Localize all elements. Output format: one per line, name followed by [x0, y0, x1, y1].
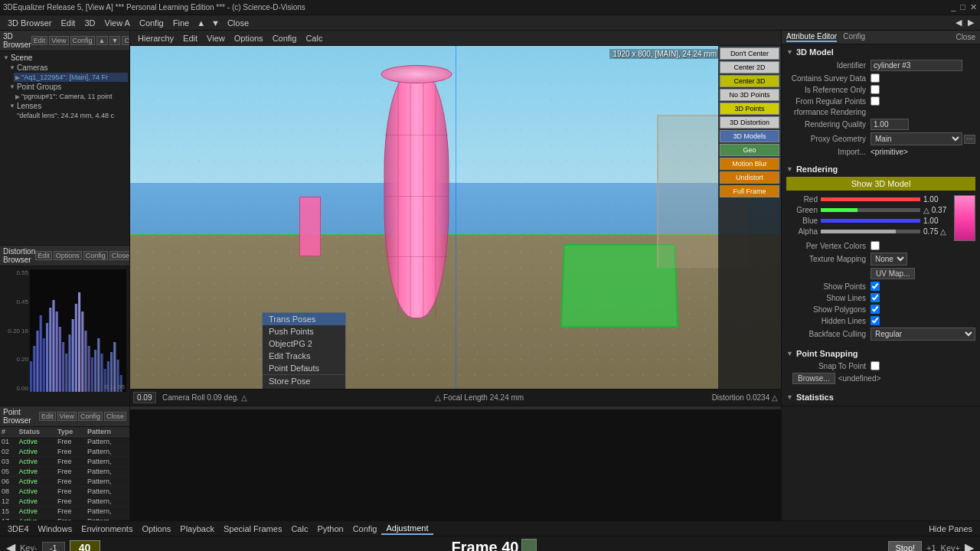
table-row[interactable]: 08 Active Free Pattern, [0, 487, 129, 497]
ctx-recall-pose[interactable]: Recall Pose [263, 387, 345, 389]
backface-culling-select[interactable]: Regular [871, 328, 975, 341]
browser-edit-btn[interactable]: Edit [31, 36, 48, 45]
menu-up[interactable]: ▲ [194, 18, 208, 28]
proxy-geo-select[interactable]: Main None [871, 132, 962, 145]
full-frame-btn[interactable]: Full Frame [720, 185, 779, 197]
section-statistics-title[interactable]: ▼ Statistics [786, 393, 975, 402]
tree-item-camera1[interactable]: ▶ "Aq1_122954": [Main], 74 Fr [14, 73, 128, 82]
histogram-controls[interactable]: Edit Options Config Close [35, 251, 130, 260]
browser-view-btn[interactable]: View [49, 36, 68, 45]
browser-close-btn[interactable]: Close [122, 36, 130, 45]
ctx-point-defaults[interactable]: Point Defauts [263, 362, 345, 374]
table-row[interactable]: 12 Active Free Pattern, [0, 497, 129, 507]
from-regular-checkbox[interactable] [871, 96, 880, 106]
red-track[interactable] [821, 197, 920, 201]
bmenu-playback[interactable]: Playback [175, 523, 219, 534]
texture-mapping-select[interactable]: None [871, 253, 907, 266]
bmenu-python[interactable]: Python [312, 523, 348, 534]
reference-checkbox[interactable] [871, 85, 880, 94]
bmenu-options[interactable]: Options [137, 523, 175, 534]
browser-up-btn[interactable]: ▲ [96, 36, 108, 45]
table-row[interactable]: 01 Active Free Pattern, [0, 437, 129, 447]
3d-models-btn[interactable]: 3D Models [720, 130, 779, 142]
table-row[interactable]: 17 Active Free Pattern, [0, 517, 129, 521]
nav-prev[interactable]: ◀ [952, 17, 965, 28]
table-row[interactable]: 15 Active Free Pattern, [0, 507, 129, 517]
bmenu-calc[interactable]: Calc [286, 523, 312, 534]
bmenu-environments[interactable]: Environments [77, 523, 137, 534]
motion-blur-btn[interactable]: Motion Blur [720, 158, 779, 170]
render-quality-input[interactable] [871, 119, 909, 130]
snap-to-point-checkbox[interactable] [871, 361, 880, 370]
table-row[interactable]: 06 Active Free Pattern, [0, 477, 129, 487]
bmenu-3de4[interactable]: 3DE4 [3, 523, 34, 534]
close-btn[interactable]: ✕ [970, 2, 977, 12]
hist-options-btn[interactable]: Options [54, 251, 82, 260]
ctx-push-points[interactable]: Push Points [263, 325, 345, 337]
geo-btn[interactable]: Geo [720, 144, 779, 156]
stop-btn[interactable]: Stop! [888, 541, 922, 552]
bmenu-special-frames[interactable]: Special Frames [219, 523, 286, 534]
menu-3d-browser[interactable]: 3D Browser [3, 18, 56, 28]
hidden-lines-checkbox[interactable] [871, 316, 880, 325]
table-row[interactable]: 02 Active Free Pattern, [0, 447, 129, 457]
alpha-track[interactable] [821, 230, 920, 233]
show-lines-checkbox[interactable] [871, 293, 880, 302]
menu-close[interactable]: Close [223, 18, 253, 28]
per-vertex-checkbox[interactable] [871, 241, 880, 250]
ctx-edit-tracks[interactable]: Edit Tracks [263, 350, 345, 362]
vp-menu-view[interactable]: View [202, 33, 230, 44]
survey-checkbox[interactable] [871, 73, 880, 83]
show-3d-model-btn[interactable]: Show 3D Model [786, 177, 975, 191]
ctx-objectpg[interactable]: ObjectPG 2 [263, 337, 345, 350]
hist-config-btn[interactable]: Config [83, 251, 108, 260]
section-3d-model-title[interactable]: ▼ 3D Model [786, 47, 975, 57]
tree-item-cameras[interactable]: ▼ Cameras [8, 63, 128, 73]
proxy-geo-options-btn[interactable]: ⋯ [964, 135, 975, 144]
menu-edit[interactable]: Edit [56, 18, 80, 28]
pb-view-btn[interactable]: View [57, 412, 77, 421]
vp-menu-options[interactable]: Options [230, 33, 268, 44]
browse-btn[interactable]: Browse... [792, 373, 835, 384]
no-3d-points-btn[interactable]: No 3D Points [720, 89, 779, 101]
bmenu-windows[interactable]: Windows [34, 523, 77, 534]
menu-fine[interactable]: Fine [168, 18, 194, 28]
vp-menu-hierarchy[interactable]: Hierarchy [133, 33, 178, 44]
blue-track[interactable] [821, 219, 920, 223]
menu-config[interactable]: Config [135, 18, 168, 28]
attr-tab-attr-editor[interactable]: Attribute Editor [786, 32, 837, 42]
pb-close-btn[interactable]: Close [104, 412, 126, 421]
undistort-btn[interactable]: Undistort [720, 171, 779, 184]
key-value-input[interactable] [42, 542, 65, 552]
center-2d-btn[interactable]: Center 2D [720, 61, 779, 73]
hist-close-btn[interactable]: Close [109, 251, 130, 260]
pb-edit-btn[interactable]: Edit [39, 412, 56, 421]
vp-menu-edit[interactable]: Edit [178, 33, 202, 44]
green-track[interactable] [821, 208, 920, 212]
window-controls[interactable]: _ □ ✕ [951, 2, 977, 12]
hide-panes-btn[interactable]: Hide Panes [924, 523, 977, 534]
attr-tab-config[interactable]: Config [843, 32, 865, 42]
point-browser-controls[interactable]: Edit View Config Close [39, 412, 126, 421]
attr-close-btn[interactable]: Close [956, 33, 975, 41]
nav-next[interactable]: ▶ [965, 17, 977, 28]
playback-prev-btn[interactable]: ◀ [6, 540, 15, 551]
browser-config-btn[interactable]: Config [70, 36, 95, 45]
playback-next-btn[interactable]: ▶ [965, 540, 974, 551]
show-points-checkbox[interactable] [871, 282, 880, 291]
maximize-btn[interactable]: □ [960, 2, 965, 12]
scene-browser-controls[interactable]: Edit View Config ▲ ▼ Close [31, 36, 130, 45]
menu-3d[interactable]: 3D [80, 18, 100, 28]
ctx-store-pose[interactable]: Store Pose [263, 375, 345, 387]
tree-item-scene[interactable]: ▼ Scene [2, 53, 128, 63]
uv-map-btn[interactable]: UV Map... [871, 268, 915, 279]
frame-number-input[interactable] [70, 540, 100, 552]
menu-view[interactable]: View A [100, 18, 135, 28]
identifier-input[interactable] [871, 60, 962, 71]
pb-config-btn[interactable]: Config [78, 412, 103, 421]
ctx-trans-poses[interactable]: Trans Poses [263, 313, 345, 325]
show-polygons-checkbox[interactable] [871, 305, 880, 314]
menu-down[interactable]: ▼ [208, 18, 223, 28]
3d-points-btn[interactable]: 3D Points [720, 103, 779, 115]
3d-distortion-btn[interactable]: 3D Distortion [720, 116, 779, 129]
